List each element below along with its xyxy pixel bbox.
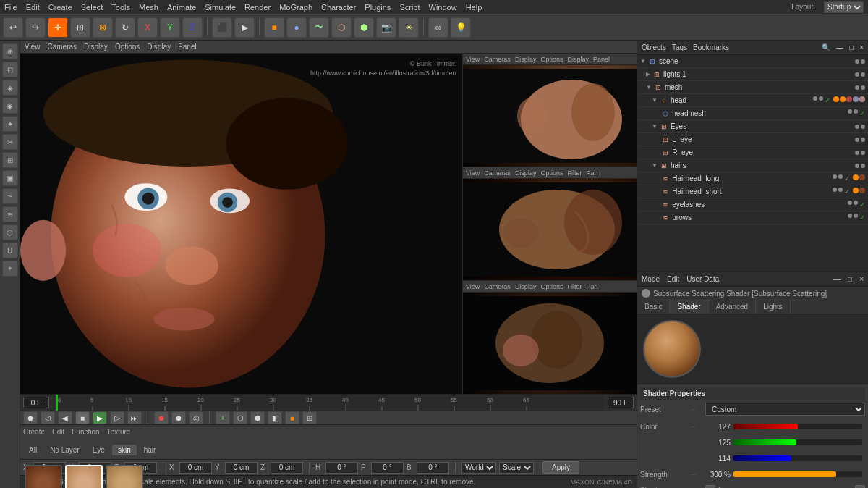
apply-button[interactable]: Apply <box>542 461 579 474</box>
deformer-tool[interactable]: ⬢ <box>354 17 374 38</box>
obj-hairlong[interactable]: · ≋ Hairhead_long ✓ <box>637 172 868 185</box>
menu-file[interactable]: File <box>4 3 17 12</box>
axis-y-button[interactable]: Y <box>160 17 180 38</box>
obj-reye[interactable]: · ⊞ R_eye <box>637 146 868 159</box>
stop-button[interactable]: ■ <box>75 411 90 424</box>
play-button[interactable]: ▶ <box>93 411 107 424</box>
mat-texture-button[interactable]: Texture <box>107 428 131 436</box>
rotate-button[interactable]: ↻ <box>115 17 135 38</box>
obj-hairshort[interactable]: · ≋ Hairhead_short ✓ <box>637 185 868 198</box>
shader-maximize[interactable]: □ <box>848 275 852 283</box>
shader-plus-btn[interactable]: + <box>705 485 715 488</box>
layer-button2[interactable]: ⬡ <box>233 411 247 424</box>
record-auto-button[interactable]: ⏺ <box>171 411 186 424</box>
keyframe-prev-button[interactable]: ◁ <box>41 411 55 424</box>
top-right-viewport[interactable]: View Cameras Display Options Display Pan… <box>463 54 637 167</box>
cube-tool[interactable]: ■ <box>264 17 284 38</box>
sidebar-extrude-icon[interactable]: ⊞ <box>2 152 18 168</box>
sidebar-magnet-icon[interactable]: U <box>2 243 18 258</box>
x2-input[interactable] <box>179 462 212 474</box>
mr-view[interactable]: View <box>466 169 480 177</box>
br-options[interactable]: Options <box>540 283 563 290</box>
obj-close-icon[interactable]: × <box>859 43 864 51</box>
sidebar-poly-icon[interactable]: ◈ <box>2 80 18 96</box>
shader-close[interactable]: × <box>859 275 864 283</box>
preset-select[interactable]: Custom <box>705 403 865 416</box>
sidebar-sculpt-icon[interactable]: ≋ <box>2 206 18 222</box>
sidebar-point-icon[interactable]: ✦ <box>2 116 18 132</box>
menu-animate[interactable]: Animate <box>167 3 196 12</box>
live-select-button[interactable]: ✛ <box>48 17 68 38</box>
mat-tab-skin[interactable]: skin <box>112 445 137 455</box>
strength-slider[interactable] <box>733 471 862 477</box>
layer-add-button[interactable]: + <box>216 411 230 424</box>
obj-lights1[interactable]: ▶ ⊞ lights.1 <box>637 68 868 81</box>
menu-window[interactable]: Window <box>429 3 457 12</box>
shader-minimize[interactable]: — <box>833 275 841 283</box>
obj-eyes[interactable]: ▼ ⊞ Eyes <box>637 120 868 133</box>
material-mipsat[interactable]: Mip/Sat-vi <box>106 465 143 488</box>
mode-item[interactable]: Mode <box>642 275 660 283</box>
tr-view[interactable]: View <box>466 56 480 63</box>
obj-brows[interactable]: · ≋ brows ✓ <box>637 211 868 224</box>
object-manager-button[interactable]: ⬛ <box>212 17 232 38</box>
obj-eyelashes[interactable]: · ≋ eyelashes ✓ <box>637 198 868 211</box>
tr-options[interactable]: Options <box>540 56 563 63</box>
br-filter[interactable]: Filter <box>567 283 582 290</box>
obj-menu-bookmarks[interactable]: Bookmarks <box>693 43 729 51</box>
menu-simulate[interactable]: Simulate <box>205 3 236 12</box>
record-button[interactable]: ⏺ <box>154 411 169 424</box>
menu-select[interactable]: Select <box>81 3 103 12</box>
bulb-button[interactable]: 💡 <box>451 17 471 38</box>
sidebar-select-icon[interactable]: ⊡ <box>2 62 18 77</box>
menu-help[interactable]: Help <box>466 3 482 12</box>
obj-headmesh[interactable]: · ⬡ headmesh ✓ <box>637 107 868 120</box>
obj-menu-file[interactable]: Objects <box>642 43 666 51</box>
undo-button[interactable]: ↩ <box>3 17 23 38</box>
mr-pan[interactable]: Pan <box>586 169 597 177</box>
vp-display2[interactable]: Display <box>147 43 171 51</box>
menu-mograph[interactable]: MoGraph <box>279 3 312 12</box>
mat-create-button[interactable]: Create <box>23 428 45 436</box>
menu-script[interactable]: Script <box>399 3 420 12</box>
scale-mode-select[interactable]: Scale <box>499 462 534 474</box>
mat-tab-nolayer[interactable]: No Layer <box>44 445 85 455</box>
tr-display[interactable]: Display <box>515 56 537 63</box>
bot-right-viewport[interactable]: View Cameras Display Options Filter Pan <box>463 281 637 394</box>
obj-minimize-icon[interactable]: — <box>836 43 843 51</box>
sidebar-paint-icon[interactable]: ⬡ <box>2 224 18 240</box>
mat-edit-button[interactable]: Edit <box>52 428 64 436</box>
mid-right-viewport[interactable]: View Cameras Display Options Filter Pan <box>463 167 637 281</box>
shader-more-btn[interactable]: ⋯ <box>855 485 865 488</box>
sidebar-fill-icon[interactable]: ▣ <box>2 170 18 186</box>
menu-edit[interactable]: Edit <box>26 3 40 12</box>
tab-lights[interactable]: Lights <box>756 300 791 314</box>
material-darkskin[interactable]: dark_skin <box>25 465 62 488</box>
mr-options[interactable]: Options <box>540 169 563 177</box>
menu-tools[interactable]: Tools <box>111 3 130 12</box>
sidebar-snap-icon[interactable]: ⌖ <box>2 261 18 277</box>
move-button[interactable]: ⊞ <box>70 17 90 38</box>
mat-tab-all[interactable]: All <box>23 445 43 455</box>
b-input[interactable] <box>417 462 449 474</box>
sidebar-knife-icon[interactable]: ✂ <box>2 134 18 150</box>
p-input[interactable] <box>371 462 404 474</box>
menu-render[interactable]: Render <box>244 3 271 12</box>
tab-advanced[interactable]: Advanced <box>709 300 756 314</box>
vp-display[interactable]: Display <box>84 43 108 51</box>
menu-mesh[interactable]: Mesh <box>139 3 158 12</box>
color-r-slider[interactable] <box>733 424 862 429</box>
redo-button[interactable]: ↪ <box>25 17 46 38</box>
obj-maximize-icon[interactable]: □ <box>849 43 854 51</box>
vp-options[interactable]: Options <box>115 43 140 51</box>
obj-search-icon[interactable]: 🔍 <box>822 43 830 51</box>
play-rev-button[interactable]: ◀ <box>58 411 72 424</box>
spline-tool[interactable]: 〜 <box>309 17 329 38</box>
br-pan[interactable]: Pan <box>586 283 597 290</box>
userdata-item[interactable]: User Data <box>686 275 719 283</box>
layer-button4[interactable]: ◧ <box>268 411 282 424</box>
mr-display[interactable]: Display <box>515 169 537 177</box>
obj-hairs[interactable]: ▼ ⊞ hairs <box>637 159 868 172</box>
keyframe-next-button[interactable]: ▷ <box>110 411 124 424</box>
mr-filter[interactable]: Filter <box>567 169 582 177</box>
